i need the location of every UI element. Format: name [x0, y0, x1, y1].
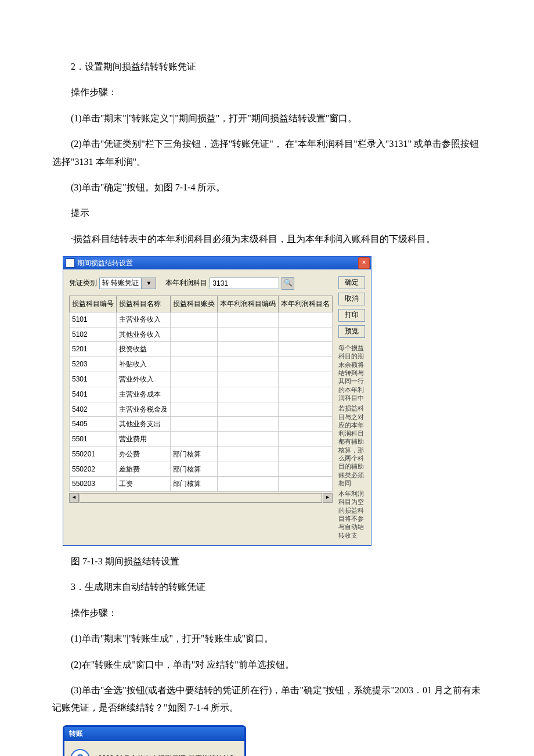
paragraph: (3)单击"全选"按钮(或者选中要结转的凭证所在行)，单击"确定"按钮，系统提示… [52, 682, 482, 717]
accounts-table: 损益科目编号 损益科目名称 损益科目账类 本年利润科目编码 本年利润科目名 51… [69, 296, 333, 492]
dialog-title: 转账 [64, 727, 244, 741]
col-type[interactable]: 损益科目账类 [171, 296, 218, 312]
table-row[interactable]: 5201投资收益 [70, 342, 333, 357]
paragraph: (2)单击"凭证类别"栏下三角按钮，选择"转账凭证"， 在"本年利润科目"栏录入… [52, 135, 482, 171]
paragraph: (3)单击"确定"按钮。如图 7-1-4 所示。 [52, 179, 482, 196]
table-row[interactable]: 550201办公费部门核算 [70, 447, 333, 462]
table-row[interactable]: 5102其他业务收入 [70, 327, 333, 342]
app-icon [66, 258, 75, 268]
help-text: 若损益科目与之对应的本年利润科目都有辅助核算，那么两个科目的辅助账类必须相同 [338, 404, 365, 487]
period-pl-dialog: 期间损益结转设置 × 凭证类别 转 转账凭证 ▼ 本年利润科目 3131 🔍 [63, 256, 371, 546]
paragraph: 3．生成期末自动结转的转账凭证 [52, 578, 482, 596]
dialog-title: 期间损益结转设置 [77, 257, 133, 270]
table-row[interactable]: 5401主营业务成本 [70, 387, 333, 402]
search-icon[interactable]: 🔍 [282, 277, 294, 290]
table-row[interactable]: 550202差旅费部门核算 [70, 462, 333, 477]
paragraph: (1)单击"期末"|"转账定义"|"期间损益"，打开"期间损益结转设置"窗口。 [52, 110, 482, 127]
paragraph: (1)单击"期末"|"转账生成"，打开"转账生成"窗口。 [52, 630, 482, 647]
table-row[interactable]: 5101主营业务收入 [70, 312, 333, 327]
confirm-message: 2003.01月之前有未记账凭证,是否继续结转? [98, 752, 233, 756]
col-profit-code[interactable]: 本年利润科目编码 [218, 296, 279, 312]
paragraph: ·损益科目结转表中的本年利润科目必须为末级科目，且为本年利润入账科目的下级科目。 [52, 231, 482, 248]
help-text: 本年利润科目为空的损益科目将不参与自动结转收支 [338, 489, 365, 539]
table-row[interactable]: 550203工资部门核算 [70, 477, 333, 492]
paragraph: (2)在"转账生成"窗口中，单击"对 应结转"前单选按钮。 [52, 656, 482, 674]
profit-account-input[interactable]: 3131 [210, 278, 279, 289]
col-name[interactable]: 损益科目名称 [117, 296, 171, 312]
table-row[interactable]: 5301营业外收入 [70, 372, 333, 387]
print-button[interactable]: 打印 [338, 309, 365, 322]
paragraph: 2．设置期间损益结转转账凭证 [52, 58, 482, 75]
table-row[interactable]: 5501营业费用 [70, 432, 333, 447]
profit-account-label: 本年利润科目 [165, 276, 207, 290]
h-scrollbar[interactable]: ◄► [69, 493, 333, 503]
preview-button[interactable]: 预览 [338, 325, 365, 338]
table-row[interactable]: 5405其他业务支出 [70, 417, 333, 432]
titlebar: 期间损益结转设置 × [63, 257, 371, 269]
table-row[interactable]: 5402主营业务税金及 [70, 402, 333, 417]
paragraph: 操作步骤： [52, 84, 482, 101]
ok-button[interactable]: 确定 [338, 276, 365, 289]
voucher-type-label: 凭证类别 [69, 276, 97, 290]
cancel-button[interactable]: 取消 [338, 293, 365, 305]
voucher-type-combo[interactable]: 转 转账凭证 ▼ [99, 278, 156, 289]
help-text: 每个损益科目的期末余额将结转到与其同一行的本年利润科目中 [338, 344, 365, 402]
col-profit-name[interactable]: 本年利润科目名 [279, 296, 333, 312]
paragraph: 提示 [52, 204, 482, 222]
col-code[interactable]: 损益科目编号 [70, 296, 117, 312]
confirm-dialog: 转账 ? 2003.01月之前有未记账凭证,是否继续结转? 是(Y) 否(N) [63, 725, 246, 756]
question-icon: ? [70, 749, 90, 756]
chevron-down-icon[interactable]: ▼ [141, 278, 156, 289]
figure-caption: 图 7-1-3 期间损益结转设置 [52, 553, 482, 570]
table-row[interactable]: 5203补贴收入 [70, 357, 333, 372]
close-icon[interactable]: × [358, 257, 370, 269]
paragraph: 操作步骤： [52, 604, 482, 622]
